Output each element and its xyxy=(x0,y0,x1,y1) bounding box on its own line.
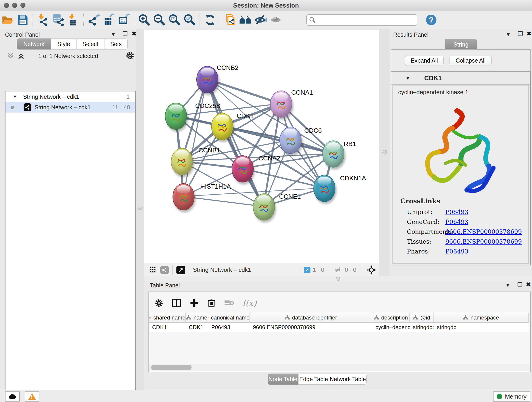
crosslink-link[interactable]: P06493 xyxy=(445,248,468,255)
panel-float-icon[interactable]: ❒ xyxy=(518,31,523,37)
horizontal-splitter[interactable] xyxy=(144,276,532,281)
column-header-database-identifier[interactable]: database identifier xyxy=(250,313,372,323)
table-cell[interactable]: CDK1 xyxy=(149,323,186,332)
network-node-CCNB1[interactable] xyxy=(171,148,193,175)
tab-sets[interactable]: Sets xyxy=(104,38,128,50)
network-node-CCNA1[interactable] xyxy=(270,90,292,118)
column-header-namespace[interactable]: namespace xyxy=(434,313,529,323)
crosslink-link[interactable]: 9606.ENSP00000378699 xyxy=(445,238,522,245)
apply-layout-button[interactable] xyxy=(203,13,218,27)
column-type-icon xyxy=(374,315,379,320)
panel-menu-icon[interactable]: ▾ xyxy=(506,282,509,288)
table-cell[interactable]: 9606.ENSP00000378699 xyxy=(250,323,372,332)
zoom-selected-button[interactable] xyxy=(182,13,197,27)
entry-expander-icon[interactable]: ▼ xyxy=(405,76,410,81)
entry-header[interactable]: ▼ CDK1 xyxy=(391,72,530,85)
network-node-RB1[interactable] xyxy=(322,140,344,167)
show-all-button[interactable] xyxy=(268,13,283,27)
table-cell[interactable]: cyclin–dependent ... xyxy=(372,323,410,332)
network-node-CCNA2[interactable] xyxy=(232,155,254,182)
vertical-splitter-left[interactable] xyxy=(136,29,144,390)
table-cell[interactable]: stringdb:9... xyxy=(410,323,434,332)
cloud-status-button[interactable] xyxy=(5,391,20,402)
table-horizontal-scrollbar[interactable] xyxy=(149,364,529,371)
zoom-fit-button[interactable] xyxy=(167,13,182,27)
network-node-CDC6[interactable] xyxy=(279,127,302,154)
birdseye-view-button[interactable]: ↗ xyxy=(177,266,185,274)
panel-close-icon[interactable]: ✖ xyxy=(526,281,531,288)
grid-mode-icon[interactable] xyxy=(149,266,156,274)
control-panel-title: Control Panel xyxy=(5,32,40,38)
column-header-canonical-name[interactable]: canonical name xyxy=(208,313,250,323)
vertical-splitter-right[interactable] xyxy=(379,29,389,276)
crosslink-link[interactable]: P06493 xyxy=(445,209,468,216)
show-columns-icon[interactable] xyxy=(172,298,181,308)
column-header-description[interactable]: description xyxy=(372,313,410,323)
import-network-database-button[interactable] xyxy=(51,13,66,27)
gear-icon[interactable] xyxy=(154,298,164,307)
panel-close-icon[interactable]: ✖ xyxy=(132,31,137,37)
export-image-button[interactable] xyxy=(116,13,132,27)
network-node-HIST1H1A[interactable] xyxy=(172,183,195,211)
column-header-shared-name[interactable]: shared name xyxy=(149,313,186,323)
network-node-CDC25B[interactable] xyxy=(165,103,187,130)
network-node-CDKN1A[interactable] xyxy=(313,175,336,202)
expand-all-button[interactable]: Expand All xyxy=(405,55,443,66)
network-node-CDK1[interactable] xyxy=(211,113,233,140)
import-table-button[interactable] xyxy=(66,13,81,27)
scrollbar-thumb[interactable] xyxy=(151,365,191,370)
fit-content-crosshair-icon[interactable] xyxy=(367,265,376,274)
panel-close-icon[interactable]: ✖ xyxy=(526,31,531,37)
zoom-out-button[interactable] xyxy=(152,13,167,27)
panel-float-icon[interactable]: ❒ xyxy=(517,281,522,288)
network-canvas[interactable]: CCNB2CCNA1CDC25BCDK1CDC6RB1CCNB1CCNA2CDK… xyxy=(144,30,379,263)
table-row[interactable]: CDK1CDK1P064939606.ENSP00000378699cyclin… xyxy=(149,323,529,332)
network-view-icon[interactable] xyxy=(160,266,169,274)
crosslink-link[interactable]: P06493 xyxy=(445,218,468,225)
help-button[interactable]: ? xyxy=(426,15,437,25)
search-input[interactable] xyxy=(316,17,409,23)
duplicate-network-button[interactable] xyxy=(223,13,238,27)
tree-expander-icon[interactable]: ▼ xyxy=(13,94,17,99)
gear-icon[interactable] xyxy=(126,51,135,60)
tab-select[interactable]: Select xyxy=(76,38,104,50)
memory-button[interactable]: Memory xyxy=(493,391,530,402)
panel-menu-icon[interactable]: ▾ xyxy=(507,31,510,38)
column-type-icon xyxy=(208,315,209,320)
search-box[interactable] xyxy=(306,14,417,26)
zoom-in-icon xyxy=(138,13,151,26)
network-node-CCNE1[interactable] xyxy=(253,193,275,220)
panel-menu-icon[interactable]: ▾ xyxy=(112,31,115,38)
network-collection-row[interactable]: ▼ String Network – cdk1 1 xyxy=(6,91,135,102)
panel-float-icon[interactable]: ❒ xyxy=(123,31,128,37)
save-session-button[interactable] xyxy=(15,13,30,27)
warnings-button[interactable]: ! xyxy=(25,391,39,402)
table-cell[interactable]: P06493 xyxy=(208,323,250,332)
table-cell[interactable]: CDK1 xyxy=(186,323,208,332)
add-column-icon[interactable] xyxy=(190,298,199,307)
export-table-button[interactable] xyxy=(101,13,116,27)
table-cell[interactable]: stringdb xyxy=(434,323,529,332)
column-header--id[interactable]: @id xyxy=(410,313,434,323)
delete-column-icon[interactable] xyxy=(207,298,216,307)
hide-selected-button[interactable] xyxy=(253,13,268,27)
collapse-all-button[interactable]: Collapse All xyxy=(450,55,492,66)
splitter-handle[interactable] xyxy=(382,150,387,154)
zoom-in-button[interactable] xyxy=(137,13,152,27)
tab-edge-table[interactable]: Edge Table xyxy=(298,374,329,385)
tab-node-table[interactable]: Node Table xyxy=(268,374,298,385)
tab-style[interactable]: Style xyxy=(51,38,76,50)
splitter-handle[interactable] xyxy=(336,277,340,281)
network-node-CCNB2[interactable] xyxy=(196,66,218,93)
crosslink-link[interactable]: 9606.ENSP00000378699 xyxy=(445,228,522,235)
splitter-handle[interactable] xyxy=(138,206,143,210)
network-row-selected[interactable]: String Network – cdk1 11 48 xyxy=(6,102,135,113)
tab-string[interactable]: String xyxy=(445,39,477,50)
first-neighbors-button[interactable] xyxy=(238,13,253,27)
column-header-name[interactable]: name xyxy=(186,313,208,323)
open-session-button[interactable] xyxy=(0,13,15,27)
export-network-button[interactable] xyxy=(86,13,101,27)
tab-network[interactable]: Network xyxy=(17,38,51,50)
tab-network-table[interactable]: Network Table xyxy=(329,374,367,385)
import-network-file-button[interactable] xyxy=(36,13,51,27)
